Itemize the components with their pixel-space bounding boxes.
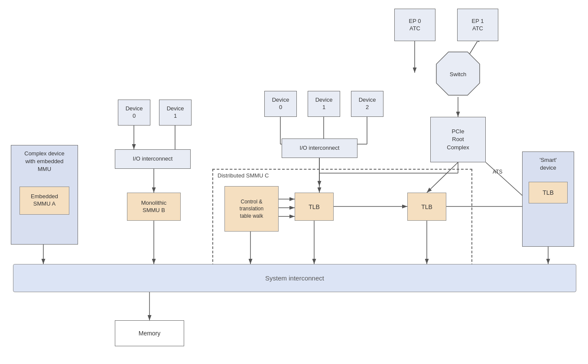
tlb1-label: TLB xyxy=(309,203,320,210)
ats-label: ATS xyxy=(493,169,502,175)
device0-left-label: Device0 xyxy=(126,105,143,120)
io-interconnect-left-box: I/O interconnect xyxy=(115,149,191,169)
smart-device-box: 'Smart'device TLB xyxy=(522,151,574,247)
tlb3-box: TLB xyxy=(529,182,568,203)
control-translation-box: Control &translationtable walk xyxy=(224,186,279,232)
device2-right-label: Device2 xyxy=(359,97,376,111)
control-translation-label: Control &translationtable walk xyxy=(240,198,263,219)
embedded-smmu-a-box: EmbeddedSMMU A xyxy=(19,187,69,215)
pcie-box: PCIeRootComplex xyxy=(430,117,486,162)
complex-device-label: Complex devicewith embeddedMMU xyxy=(24,150,65,174)
embedded-smmu-a-label: EmbeddedSMMU A xyxy=(31,193,58,208)
monolithic-smmu-b-label: MonolithicSMMU B xyxy=(141,200,167,214)
pcie-label: PCIeRootComplex xyxy=(447,128,469,151)
device1-right-label: Device1 xyxy=(315,97,333,111)
tlb2-box: TLB xyxy=(407,193,446,221)
tlb2-label: TLB xyxy=(421,203,432,210)
device2-right-box: Device2 xyxy=(351,91,383,117)
ep0-box: EP 0 ATC xyxy=(394,9,435,41)
device0-right-box: Device0 xyxy=(264,91,297,117)
io-interconnect-right-box: I/O interconnect xyxy=(282,139,357,158)
system-interconnect-label: System interconnect xyxy=(265,274,324,282)
smart-device-label: 'Smart'device xyxy=(539,156,557,172)
ep0-label: EP 0 ATC xyxy=(409,18,421,32)
io-interconnect-right-label: I/O interconnect xyxy=(300,145,340,152)
diagram: EP 0 ATC EP 1 ATC Switch PCIeRootComplex… xyxy=(0,0,588,364)
device0-left-box: Device0 xyxy=(118,100,150,126)
device1-left-label: Device1 xyxy=(167,105,184,120)
io-interconnect-left-label: I/O interconnect xyxy=(133,155,173,163)
ep1-label: EP 1 ATC xyxy=(472,18,484,32)
device1-left-box: Device1 xyxy=(159,100,192,126)
device0-right-label: Device0 xyxy=(272,97,289,111)
system-interconnect-box: System interconnect xyxy=(13,264,576,292)
tlb3-label: TLB xyxy=(543,189,554,196)
monolithic-smmu-b-box: MonolithicSMMU B xyxy=(127,193,181,221)
svg-text:Switch: Switch xyxy=(450,71,466,77)
memory-box: Memory xyxy=(115,320,184,346)
switch-box: Switch xyxy=(435,50,481,97)
distributed-smmu-c-label: Distributed SMMU C xyxy=(218,172,269,179)
device1-right-box: Device1 xyxy=(308,91,340,117)
tlb1-box: TLB xyxy=(295,193,334,221)
ep1-box: EP 1 ATC xyxy=(457,9,498,41)
memory-label: Memory xyxy=(139,329,161,337)
complex-device-box: Complex devicewith embeddedMMU EmbeddedS… xyxy=(11,145,78,245)
